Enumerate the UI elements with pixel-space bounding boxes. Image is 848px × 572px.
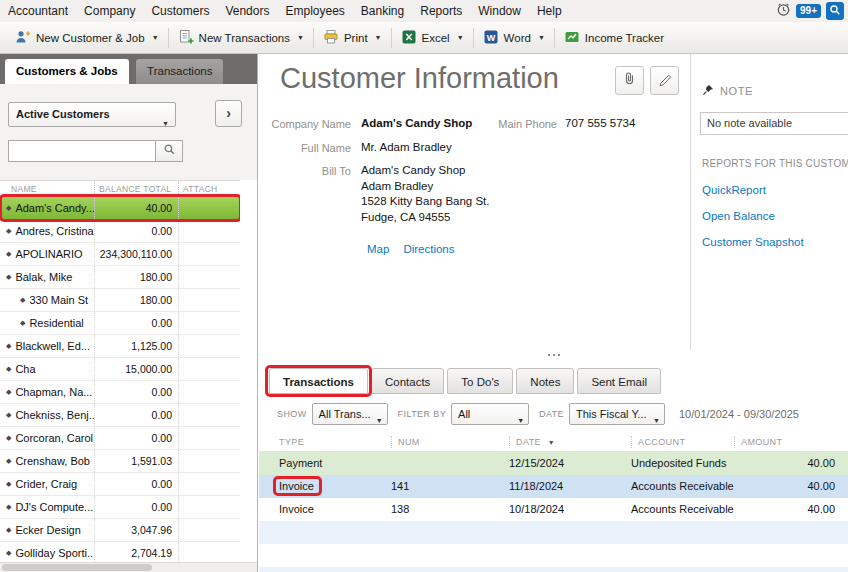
menu-vendors[interactable]: Vendors — [217, 0, 277, 22]
tab-notes[interactable]: Notes — [516, 368, 574, 394]
transaction-account: Accounts Receivable — [631, 475, 734, 498]
income-tracker-button[interactable]: Income Tracker — [555, 22, 673, 54]
customer-job-row[interactable]: ◆Residential 0.00 — [0, 312, 240, 335]
customer-balance: 0.00 — [94, 473, 178, 495]
customer-row[interactable]: ◆Crenshaw, Bob 1,591.03 — [0, 450, 240, 473]
customer-row[interactable]: ◆DJ's Compute... 0.00 — [0, 496, 240, 519]
customer-balance: 0.00 — [94, 404, 178, 426]
collapse-panel-button[interactable]: › — [215, 100, 242, 127]
transactions-table: TYPE NUM DATE ▼ ACCOUNT AMOUNT Payment 1… — [259, 432, 848, 572]
customer-name: Ecker Design — [15, 524, 80, 536]
customer-row[interactable]: ◆APOLINARIO 234,300,110.00 — [0, 243, 240, 266]
transaction-date: 12/15/2024 — [509, 452, 631, 475]
customer-name: Golliday Sporti... — [15, 547, 94, 559]
new-transactions-button[interactable]: New Transactions ▼ — [169, 22, 313, 54]
column-header-type[interactable]: TYPE — [279, 436, 391, 448]
customer-row[interactable]: ◆Balak, Mike 180.00 — [0, 266, 240, 289]
word-button[interactable]: W Word ▼ — [474, 22, 554, 54]
customer-row[interactable]: ◆Chapman, Na... 0.00 — [0, 381, 240, 404]
bill-to-line: Adam's Candy Shop — [361, 163, 490, 179]
new-customer-job-label: New Customer & Job — [36, 32, 145, 44]
customer-snapshot-link[interactable]: Customer Snapshot — [702, 236, 804, 248]
tab-customers-jobs[interactable]: Customers & Jobs — [5, 59, 129, 84]
main-phone-label: Main Phone — [477, 118, 557, 130]
diamond-bullet-icon: ◆ — [6, 549, 11, 557]
transaction-row-invoice-141[interactable]: Invoice 141 11/18/2024 Accounts Receivab… — [259, 475, 848, 498]
chevron-down-icon: ▼ — [457, 34, 464, 41]
menu-reports[interactable]: Reports — [412, 0, 470, 22]
menu-bar: Accountant Company Customers Vendors Emp… — [0, 0, 848, 22]
directions-link[interactable]: Directions — [403, 243, 454, 255]
open-balance-link[interactable]: Open Balance — [702, 210, 775, 222]
print-button[interactable]: Print ▼ — [314, 22, 391, 54]
bill-to-line: Adam Bradley — [361, 179, 490, 195]
global-search-button[interactable] — [826, 2, 844, 20]
diamond-bullet-icon: ◆ — [6, 227, 11, 235]
excel-label: Excel — [422, 32, 450, 44]
menu-company[interactable]: Company — [76, 0, 143, 22]
new-customer-job-button[interactable]: New Customer & Job ▼ — [6, 22, 168, 54]
filter-by-dropdown[interactable]: All ▼ — [451, 403, 529, 425]
map-link[interactable]: Map — [367, 243, 389, 255]
menu-banking[interactable]: Banking — [353, 0, 412, 22]
customer-row[interactable]: ◆Corcoran, Carol 0.00 — [0, 427, 240, 450]
diamond-bullet-icon: ◆ — [6, 365, 11, 373]
customer-row[interactable]: ◆Blackwell, Ed... 1,125.00 — [0, 335, 240, 358]
diamond-bullet-icon: ◆ — [6, 457, 11, 465]
customer-name: Cha — [15, 363, 35, 375]
tab-sent-email[interactable]: Sent Email — [577, 368, 661, 394]
menu-accountant[interactable]: Accountant — [0, 0, 76, 22]
company-name-label: Company Name — [271, 118, 351, 130]
column-header-account[interactable]: ACCOUNT — [631, 436, 734, 448]
active-customers-dropdown[interactable]: Active Customers ▼ — [8, 102, 176, 127]
quickreport-link[interactable]: QuickReport — [702, 184, 766, 196]
customer-row[interactable]: ◆Chekniss, Benj... 0.00 — [0, 404, 240, 427]
column-header-num[interactable]: NUM — [391, 436, 509, 448]
column-header-balance-total[interactable]: BALANCE TOTAL — [94, 181, 178, 196]
diamond-bullet-icon: ◆ — [6, 388, 11, 396]
transaction-row-invoice-138[interactable]: Invoice 138 10/18/2024 Accounts Receivab… — [259, 498, 848, 521]
customer-search-input[interactable] — [8, 140, 156, 162]
transaction-row-payment[interactable]: Payment 12/15/2024 Undeposited Funds 40.… — [259, 452, 848, 475]
edit-customer-button[interactable] — [650, 66, 679, 95]
transactions-section: Transactions Contacts To Do's Notes Sent… — [259, 360, 848, 572]
customer-job-row[interactable]: ◆330 Main St 180.00 — [0, 289, 240, 312]
new-transactions-label: New Transactions — [199, 32, 290, 44]
show-filter-dropdown[interactable]: All Trans... ▼ — [312, 403, 388, 425]
horizontal-scrollbar[interactable] — [0, 562, 257, 572]
tab-contacts[interactable]: Contacts — [371, 368, 444, 394]
customer-row[interactable]: ◆Andres, Cristina 0.00 — [0, 220, 240, 243]
column-header-amount[interactable]: AMOUNT — [734, 436, 848, 448]
diamond-bullet-icon: ◆ — [6, 526, 11, 534]
customer-row[interactable]: ◆Cha 15,000.00 — [0, 358, 240, 381]
customer-row[interactable]: ◆Crider, Craig 0.00 — [0, 473, 240, 496]
customer-name: DJ's Compute... — [15, 501, 93, 513]
column-header-name[interactable]: NAME — [0, 181, 94, 196]
attach-file-button[interactable] — [615, 66, 644, 95]
excel-button[interactable]: Excel ▼ — [392, 22, 473, 54]
date-filter-dropdown[interactable]: This Fiscal Y... ▼ — [569, 403, 665, 425]
panel-resize-handle[interactable] — [259, 350, 848, 360]
show-filter-value: All Trans... — [319, 408, 371, 420]
bill-to-line: Fudge, CA 94555 — [361, 210, 490, 226]
tab-transactions[interactable]: Transactions — [269, 368, 368, 394]
tab-to-dos[interactable]: To Do's — [447, 368, 513, 394]
menu-help[interactable]: Help — [529, 0, 570, 22]
menu-window[interactable]: Window — [470, 0, 529, 22]
menu-employees[interactable]: Employees — [277, 0, 352, 22]
tab-transactions-left[interactable]: Transactions — [136, 59, 223, 84]
customer-search-button[interactable] — [156, 140, 183, 162]
column-header-date[interactable]: DATE ▼ — [509, 436, 631, 448]
menu-customers[interactable]: Customers — [143, 0, 217, 22]
customer-row-adams-candy[interactable]: ◆Adam's Candy... 40.00 — [0, 197, 240, 220]
note-field[interactable]: No note available — [700, 112, 848, 135]
customer-row[interactable]: ◆Golliday Sporti... 2,704.19 — [0, 542, 240, 562]
column-header-attach[interactable]: ATTACH — [178, 181, 240, 196]
company-name-value: Adam's Candy Shop — [361, 117, 472, 129]
reminders-clock-icon[interactable] — [776, 2, 791, 20]
search-icon — [829, 4, 841, 19]
customer-balance: 234,300,110.00 — [94, 243, 178, 265]
customer-row[interactable]: ◆Ecker Design 3,047.96 — [0, 519, 240, 542]
notification-badge[interactable]: 99+ — [796, 4, 821, 18]
scrollbar-thumb[interactable] — [2, 564, 152, 571]
